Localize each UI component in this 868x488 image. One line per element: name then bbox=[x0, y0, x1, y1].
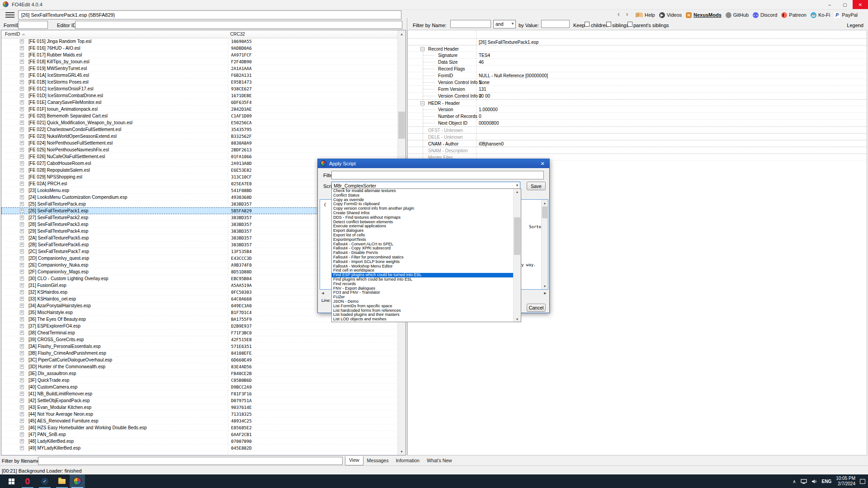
expand-plus-icon[interactable]: + bbox=[20, 371, 24, 375]
expand-plus-icon[interactable]: + bbox=[20, 243, 24, 247]
script-list-item[interactable]: List LOD objects and meshes bbox=[332, 317, 514, 322]
tree-row[interactable]: +[FE 025] NoirPenthouseNavmeshFix.esl2BD… bbox=[1, 146, 398, 153]
detail-row[interactable]: −HEDR - Header bbox=[408, 99, 867, 106]
taskbar-steam-icon[interactable]: ✓ bbox=[37, 474, 52, 488]
tree-row[interactable]: +[44] Not Your Average Neon.esp71318325 bbox=[1, 411, 398, 418]
tree-header[interactable]: FormID CRC32 bbox=[1, 30, 406, 38]
tree-row[interactable]: +[FE 01F] tooun_Animationpack.esl2842D3A… bbox=[1, 106, 398, 113]
keep-siblings-checkbox[interactable] bbox=[606, 22, 611, 27]
expand-plus-icon[interactable]: + bbox=[20, 351, 24, 355]
detail-row[interactable]: Version Control Info 200 00 bbox=[408, 93, 867, 99]
dropdown-scrollbar-thumb[interactable] bbox=[514, 217, 520, 255]
collapse-minus-icon[interactable]: − bbox=[420, 47, 425, 51]
scroll-down-icon[interactable]: ▼ bbox=[542, 283, 548, 289]
expand-plus-icon[interactable]: + bbox=[20, 100, 24, 104]
tree-row[interactable]: +[3D] Hunter of the Commonwealth.esp83E4… bbox=[1, 363, 398, 370]
tree-row[interactable]: +[FE 022] CharlestownCondoFullSettlement… bbox=[1, 126, 398, 133]
expand-plus-icon[interactable]: + bbox=[20, 94, 24, 98]
expand-plus-icon[interactable]: + bbox=[20, 419, 24, 423]
expand-plus-icon[interactable]: + bbox=[20, 216, 24, 220]
expand-plus-icon[interactable]: + bbox=[20, 155, 24, 159]
expand-plus-icon[interactable]: + bbox=[20, 399, 24, 403]
dialog-filter-input[interactable] bbox=[331, 171, 544, 179]
scroll-right-icon[interactable]: ▶ bbox=[542, 290, 548, 296]
taskbar-clock[interactable]: 10:05 PM 2/7/2024 bbox=[836, 476, 855, 487]
detail-row[interactable]: Version1.000000 bbox=[408, 106, 867, 113]
tree-row[interactable]: +[41] NB_BuildLimitRemover.espF81F3F16 bbox=[1, 390, 398, 397]
tree-row[interactable]: +[40] CustomCamera.espD9BCC2A9 bbox=[1, 384, 398, 390]
detail-row[interactable]: Form Version131 bbox=[408, 86, 867, 93]
taskbar-file-explorer-icon[interactable] bbox=[54, 474, 70, 488]
editor-scrollbar-thumb[interactable] bbox=[542, 206, 547, 218]
tree-row[interactable]: +[FE 01B] IceStorms Poses.eslE95B1473 bbox=[1, 79, 398, 85]
tree-row[interactable]: +[47] PAN_SnB.esp6AAF2CB1 bbox=[1, 431, 398, 438]
link-paypal[interactable]: PPayPal bbox=[834, 12, 858, 18]
keep-children-checkbox[interactable] bbox=[585, 22, 590, 27]
expand-plus-icon[interactable]: + bbox=[20, 297, 24, 301]
tree-row[interactable]: +[FE 01A] IceStormsGRL45.eslF6B2A131 bbox=[1, 72, 398, 79]
link-patreon[interactable]: Patreon bbox=[781, 12, 807, 18]
expand-plus-icon[interactable]: + bbox=[20, 175, 24, 179]
expand-plus-icon[interactable]: + bbox=[20, 182, 24, 186]
tray-chevron-up-icon[interactable]: ∧ bbox=[793, 479, 796, 484]
tree-row[interactable]: +[42] SettleObjExpandPack.espD079751A bbox=[1, 397, 398, 404]
filter-filename-input[interactable] bbox=[38, 457, 343, 465]
expand-plus-icon[interactable]: + bbox=[20, 107, 24, 111]
expand-plus-icon[interactable]: + bbox=[20, 344, 24, 348]
expand-plus-icon[interactable]: + bbox=[20, 385, 24, 389]
network-icon[interactable] bbox=[801, 479, 807, 484]
detail-row[interactable]: Next Object ID00000800 bbox=[408, 120, 867, 127]
expand-plus-icon[interactable]: + bbox=[20, 53, 24, 57]
scroll-down-icon[interactable]: ▼ bbox=[398, 448, 406, 455]
taskbar-opera-icon[interactable] bbox=[20, 474, 35, 488]
dialog-title-bar[interactable]: Apply Script ✕ bbox=[318, 159, 549, 168]
detail-row[interactable]: DELE - Unknown bbox=[408, 133, 867, 140]
tab-information[interactable]: Information bbox=[392, 456, 423, 465]
volume-icon[interactable] bbox=[811, 479, 817, 484]
detail-row[interactable]: Record Flags bbox=[408, 66, 867, 72]
expand-plus-icon[interactable]: + bbox=[20, 188, 24, 192]
detail-row[interactable]: SNAM - Description bbox=[408, 147, 867, 154]
tree-row[interactable]: +[48] LadyKillerBed.esp07007890 bbox=[1, 438, 398, 445]
detail-row[interactable]: SignatureTES4 bbox=[408, 52, 867, 59]
tree-row[interactable]: +[3B] Flashy_CrimeAndPunishment.esp84108… bbox=[1, 350, 398, 357]
expand-plus-icon[interactable]: + bbox=[20, 256, 24, 260]
detail-row[interactable]: CNAM - Authori0Bjhansen0 bbox=[408, 140, 867, 147]
link-discord[interactable]: • •Discord bbox=[753, 12, 777, 18]
close-button[interactable]: ✕ bbox=[853, 0, 868, 9]
expand-plus-icon[interactable]: + bbox=[20, 378, 24, 382]
language-indicator[interactable]: ENG bbox=[822, 479, 832, 484]
expand-plus-icon[interactable]: + bbox=[20, 209, 24, 213]
expand-plus-icon[interactable]: + bbox=[20, 324, 24, 328]
detail-row[interactable]: FormIDNULL - Null Reference [00000000] bbox=[408, 72, 867, 79]
expand-plus-icon[interactable]: + bbox=[20, 46, 24, 50]
collapse-minus-icon[interactable]: − bbox=[420, 101, 425, 105]
tree-col-formid[interactable]: FormID bbox=[5, 32, 20, 37]
dialog-close-icon[interactable]: ✕ bbox=[538, 160, 547, 167]
cancel-button[interactable]: Cancel bbox=[527, 304, 546, 312]
detail-row[interactable]: OFST - Unknown bbox=[408, 127, 867, 133]
tree-row[interactable]: +[FE 018] KillTips_by_tooun.eslF2F4DB90 bbox=[1, 58, 398, 65]
expand-plus-icon[interactable]: + bbox=[20, 432, 24, 436]
tree-row[interactable]: +[3E] Dlx_assaultron.espFB40CE2B bbox=[1, 370, 398, 377]
expand-plus-icon[interactable]: + bbox=[20, 270, 24, 274]
tree-row[interactable]: +[FE 024] NoirPenthouseFullSettlement.es… bbox=[1, 140, 398, 146]
tree-row[interactable]: +[39] CROSS_GoreCrits.esp42F515E8 bbox=[1, 336, 398, 343]
keep-parents-siblings-checkbox[interactable] bbox=[627, 22, 632, 27]
tree-col-crc32[interactable]: CRC32 bbox=[230, 32, 245, 37]
expand-plus-icon[interactable]: + bbox=[20, 148, 24, 152]
expand-plus-icon[interactable]: + bbox=[20, 80, 24, 84]
tree-row[interactable]: +[3F] QuickTrade.espC05B0B6D bbox=[1, 377, 398, 384]
expand-plus-icon[interactable]: + bbox=[20, 168, 24, 172]
tree-row[interactable]: +[FE 017] Rubber Maids.eslAA971FCF bbox=[1, 52, 398, 58]
tree-row[interactable]: +[43] Evan_Modular Kitchen.esp9037614E bbox=[1, 404, 398, 411]
detail-row[interactable]: Data Size46 bbox=[408, 59, 867, 66]
expand-plus-icon[interactable]: + bbox=[20, 392, 24, 396]
link-ko-fi[interactable]: ☕Ko-Fi bbox=[811, 12, 830, 18]
nav-forward-icon[interactable]: › bbox=[626, 10, 635, 18]
tab-what-s-new[interactable]: What's New bbox=[423, 456, 456, 465]
link-videos[interactable]: ▶Videos bbox=[659, 12, 682, 18]
expand-plus-icon[interactable]: + bbox=[20, 439, 24, 443]
link-help[interactable]: Help bbox=[636, 12, 655, 18]
tab-view[interactable]: View bbox=[345, 456, 363, 465]
